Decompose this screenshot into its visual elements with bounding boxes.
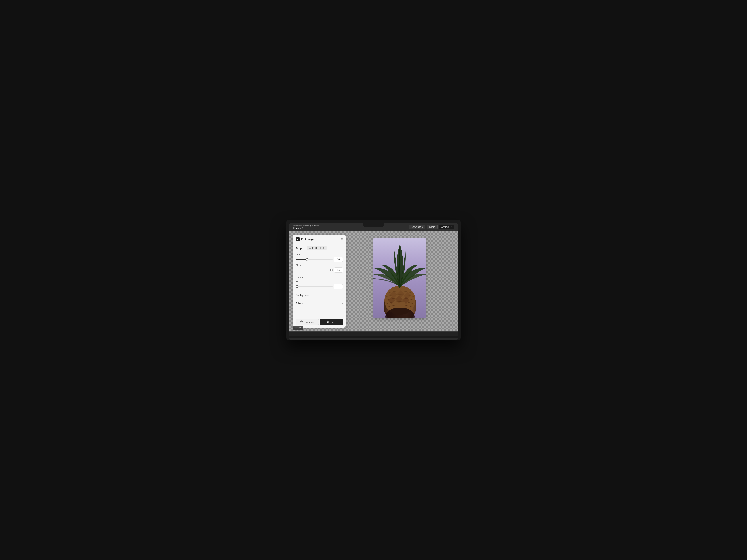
breadcrumb-root[interactable]: Nobrand (293, 224, 301, 226)
blue-value-input[interactable]: 30 (334, 257, 343, 262)
laptop-screen: Nobrand / Marketing Material Drink JPG D… (289, 223, 458, 340)
background-chevron-icon: ▾ (342, 294, 343, 296)
pineapple-preview-image (374, 238, 427, 318)
preview-area (346, 235, 454, 322)
edit-icon (296, 237, 300, 241)
effects-section: Effects ▾ (296, 299, 343, 308)
svg-rect-0 (297, 238, 299, 240)
breadcrumb-section[interactable]: Marketing Material (303, 224, 319, 226)
alpha-slider-row: 100 (296, 267, 343, 272)
top-bar-left: Nobrand / Marketing Material Drink JPG (293, 224, 319, 229)
download-button[interactable]: Download (296, 319, 319, 325)
effects-header[interactable]: Effects ▾ (296, 302, 343, 305)
approval-label: Approval (441, 226, 450, 228)
zoom-level: 50% (298, 327, 302, 329)
download-chevron-icon: ▾ (422, 226, 423, 228)
laptop-frame: Nobrand / Marketing Material Drink JPG D… (286, 220, 461, 340)
edit-image-panel: Edit Image × Crop (293, 235, 346, 327)
app-background: Nobrand / Marketing Material Drink JPG D… (289, 223, 458, 332)
alpha-slider-section: Alpha 100 (296, 264, 343, 272)
blue-slider-section: Blue 30 (296, 253, 343, 262)
zoom-icon (295, 326, 297, 329)
preview-image-container (374, 238, 427, 318)
svg-point-9 (295, 327, 297, 328)
download-top-label: Download (411, 226, 421, 228)
main-canvas: Edit Image × Crop (289, 231, 458, 331)
share-button[interactable]: Share (427, 224, 438, 229)
save-button[interactable]: Save (320, 319, 343, 325)
alpha-slider-track[interactable] (296, 270, 333, 270)
blur-value-input[interactable]: 0 (334, 284, 343, 289)
laptop-bottom (289, 336, 458, 338)
blur-slider-thumb (296, 285, 299, 288)
blur-slider-row: 0 (296, 284, 343, 289)
edit-panel-title: Edit Image (296, 237, 314, 241)
blur-label: Blur (296, 281, 343, 283)
zoom-indicator[interactable]: 50% (293, 326, 304, 330)
blur-slider-section: Blur 0 (296, 281, 343, 289)
crop-dimensions[interactable]: 3101 × 4652 (307, 246, 327, 250)
svg-line-10 (296, 328, 297, 329)
edit-title-label: Edit Image (301, 238, 314, 241)
approval-button[interactable]: Approval ▾ (439, 224, 454, 229)
svg-rect-4 (328, 322, 329, 322)
blue-slider-track[interactable] (296, 259, 333, 260)
alpha-label: Alpha (296, 264, 343, 266)
file-title: Drink JPG (293, 226, 319, 229)
crop-dims-value: 3101 × 4652 (312, 247, 325, 249)
download-top-button[interactable]: Download ▾ (409, 224, 425, 229)
blur-slider-track[interactable] (296, 286, 333, 287)
save-label: Save (331, 321, 336, 323)
alpha-slider-thumb (330, 269, 333, 271)
file-ext: JPG (300, 227, 304, 229)
details-label: Details (296, 276, 343, 279)
background-title: Background (296, 294, 309, 297)
background-section: Background ▾ (296, 291, 343, 299)
crop-row: Crop 3101 × 4652 (296, 246, 343, 250)
blue-slider-thumb (306, 258, 308, 261)
background-header[interactable]: Background ▾ (296, 294, 343, 297)
close-button[interactable]: × (341, 238, 343, 241)
edit-panel-header: Edit Image × (293, 235, 346, 243)
blue-label: Blue (296, 253, 343, 256)
breadcrumb-sep: / (301, 224, 302, 226)
top-bar-actions: Download ▾ Share Approval ▾ (409, 224, 454, 229)
blue-slider-row: 30 (296, 257, 343, 262)
alpha-value-input[interactable]: 100 (334, 267, 343, 272)
edit-panel-body: Crop 3101 × 4652 (293, 243, 346, 316)
breadcrumb: Nobrand / Marketing Material (293, 224, 319, 226)
download-icon (300, 320, 303, 324)
laptop-base (289, 332, 458, 336)
effects-chevron-icon: ▾ (342, 302, 343, 304)
download-label: Download (304, 321, 314, 323)
save-icon (327, 320, 330, 324)
blue-slider-fill (296, 259, 307, 260)
approval-chevron-icon: ▾ (450, 226, 452, 228)
alpha-slider-fill (296, 270, 333, 270)
crop-icon (309, 247, 311, 249)
screen-notch (363, 223, 384, 226)
file-name: Drink (293, 226, 299, 229)
crop-label: Crop (296, 247, 305, 249)
effects-title: Effects (296, 302, 304, 305)
